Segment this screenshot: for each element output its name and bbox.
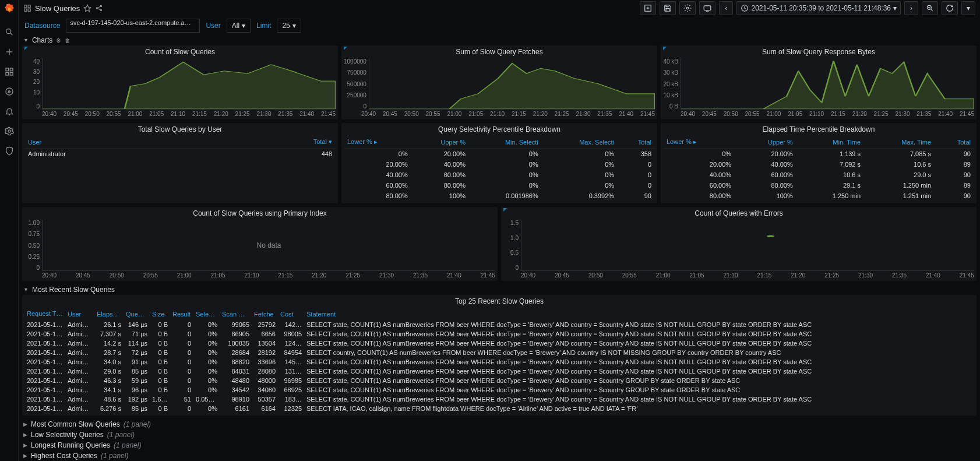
svg-point-14 xyxy=(101,9,102,10)
collapsed-row[interactable]: ▶Highest Cost Queries (1 panel) xyxy=(22,451,977,461)
variables-bar: Datasource svc-d-197-145-020-us-east-2.c… xyxy=(19,16,980,35)
column-header[interactable]: Upper % xyxy=(411,136,469,149)
table-row: 60.00%80.00%29.1 s1.250 min89 xyxy=(663,180,974,191)
table-row: 0%20.00%1.139 s7.085 s90 xyxy=(663,149,974,160)
x-axis: 20:4020:4520:5020:5521:0021:0521:1021:15… xyxy=(24,110,336,117)
grafana-logo[interactable] xyxy=(3,3,15,17)
time-picker[interactable]: 2021-05-11 20:35:39 to 2021-05-11 21:48:… xyxy=(736,1,901,15)
collapsed-row[interactable]: ▶Most Common Slow Queries (1 panel) xyxy=(22,419,977,430)
column-header[interactable]: Max. Selecti xyxy=(542,136,618,149)
row-recent[interactable]: ▼ Most Recent Slow Queries xyxy=(22,284,977,295)
column-header[interactable]: Min. Selecti xyxy=(469,136,542,149)
column-header[interactable]: Request Time ▸ xyxy=(24,308,65,320)
dashboards-icon[interactable] xyxy=(5,67,14,76)
main: Slow Queries ‹ 2021-05-11 20:35:39 to 20… xyxy=(19,0,980,461)
column-header[interactable]: Elapsed Ti xyxy=(94,308,124,320)
chevron-right-icon: ▶ xyxy=(23,453,27,459)
column-header[interactable]: Fetche xyxy=(252,308,278,320)
svg-rect-2 xyxy=(6,68,9,71)
nav-sidebar xyxy=(0,0,19,461)
column-header[interactable]: Lower % ▸ xyxy=(344,136,411,149)
table-row: 2021-05-11 21…Administ…26.1 s146 µs0 B00… xyxy=(24,320,974,329)
svg-rect-17 xyxy=(704,6,711,10)
refresh-dropdown[interactable]: ▾ xyxy=(961,1,975,15)
table-user: UserTotal ▾Administrator448 xyxy=(24,136,336,159)
refresh-button[interactable] xyxy=(942,1,958,15)
column-header[interactable]: Upper % xyxy=(735,136,796,149)
chevron-down-icon: ▼ xyxy=(23,287,29,293)
share-icon[interactable] xyxy=(95,4,103,12)
column-header[interactable]: Total xyxy=(618,136,655,149)
time-next-button[interactable]: › xyxy=(904,1,918,15)
svg-point-6 xyxy=(6,88,13,95)
svg-rect-11 xyxy=(28,9,30,11)
table-row: 2021-05-11 21…Administ…14.2 s114 µs0 B00… xyxy=(24,339,974,348)
table-row: 20.00%40.00%7.092 s10.6 s89 xyxy=(663,159,974,170)
cog-icon[interactable]: ⚙ xyxy=(56,37,61,44)
column-header[interactable]: User xyxy=(24,136,222,149)
column-header[interactable]: Statement xyxy=(304,308,974,320)
table-elapsed: Lower % ▸Upper %Min. TimeMax. TimeTotal0… xyxy=(663,136,974,201)
row-charts[interactable]: ▼ Charts ⚙ 🗑 xyxy=(22,35,977,45)
svg-point-13 xyxy=(101,5,102,6)
panel-top25: Top 25 Recent Slow Queries Request Time … xyxy=(22,295,977,416)
user-label: User xyxy=(206,22,220,30)
svg-point-1 xyxy=(6,29,10,34)
column-header[interactable]: Scan Resu xyxy=(220,308,252,320)
chevron-right-icon: ▶ xyxy=(23,432,27,438)
table-row: 40.00%60.00%10.6 s29.0 s90 xyxy=(663,170,974,180)
grid-icon[interactable] xyxy=(23,4,31,12)
table-row: 60.00%80.00%0%0%0 xyxy=(344,180,655,191)
svg-rect-9 xyxy=(28,5,30,8)
svg-rect-8 xyxy=(24,5,27,8)
collapsed-row[interactable]: ▶Low Selectivity Queries (1 panel) xyxy=(22,430,977,440)
table-row: 80.00%100%0.001986%0.3992%90 xyxy=(344,191,655,201)
table-row: 0%20.00%0%0%358 xyxy=(344,149,655,160)
zoom-out-button[interactable] xyxy=(922,1,938,15)
svg-point-20 xyxy=(767,235,774,237)
limit-label: Limit xyxy=(256,22,271,30)
panel-sum-fetches: Sum of Slow Query Fetches 10000007500005… xyxy=(341,45,657,119)
column-header[interactable]: Cost xyxy=(278,308,304,320)
user-select[interactable]: All▾ xyxy=(227,19,251,33)
column-header[interactable]: Total xyxy=(935,136,974,149)
svg-rect-3 xyxy=(10,68,13,71)
shield-icon[interactable] xyxy=(5,146,14,156)
column-header[interactable]: Lower % ▸ xyxy=(663,136,735,149)
table-row: 2021-05-11 21…Administ…7.307 s71 µs0 B00… xyxy=(24,329,974,339)
panel-errors: Count of Queries with Errors 1.51.00.50 … xyxy=(501,207,977,281)
plus-icon[interactable] xyxy=(5,47,14,57)
table-row: 80.00%100%1.250 min1.251 min90 xyxy=(663,191,974,201)
x-axis: 20:4020:4520:5020:5521:0021:0521:1021:15… xyxy=(344,110,655,117)
alerting-icon[interactable] xyxy=(5,107,14,116)
cog-icon[interactable] xyxy=(5,126,14,136)
column-header[interactable]: Total ▾ xyxy=(222,136,336,149)
tv-button[interactable] xyxy=(699,1,715,15)
star-icon[interactable] xyxy=(83,4,91,12)
panel-sum-response-bytes: Sum of Slow Query Response Bytes 40 kB30… xyxy=(661,45,977,119)
save-button[interactable] xyxy=(660,1,676,15)
add-panel-button[interactable] xyxy=(640,1,656,15)
column-header[interactable]: Queue Tir xyxy=(124,308,150,320)
topbar: Slow Queries ‹ 2021-05-11 20:35:39 to 20… xyxy=(19,0,980,16)
datasource-select[interactable]: svc-d-197-145-020-us-east-2.compute.amaz… xyxy=(66,19,200,33)
collapsed-row[interactable]: ▶Longest Running Queries (1 panel) xyxy=(22,440,977,451)
trash-icon[interactable]: 🗑 xyxy=(65,37,70,44)
table-row: 2021-05-11 21…Administ…34.0 s91 µs0 B00%… xyxy=(24,357,974,367)
column-header[interactable]: Size xyxy=(150,308,170,320)
search-icon[interactable] xyxy=(5,27,14,37)
time-prev-button[interactable]: ‹ xyxy=(719,1,733,15)
panel-elapsed-percentile: Elapsed Time Percentile Breakdown Lower … xyxy=(661,123,977,203)
explore-icon[interactable] xyxy=(5,87,14,96)
table-row: 2021-05-11 21…Administ…48.6 s192 µs1.69…… xyxy=(24,395,974,404)
column-header[interactable]: Selectiv xyxy=(193,308,220,320)
column-header[interactable]: Min. Time xyxy=(796,136,864,149)
limit-select[interactable]: 25▾ xyxy=(277,19,301,33)
column-header[interactable]: Max. Time xyxy=(864,136,935,149)
settings-button[interactable] xyxy=(679,1,696,15)
table-row: 20.00%40.00%0%0%0 xyxy=(344,159,655,170)
column-header[interactable]: User xyxy=(65,308,94,320)
svg-point-0 xyxy=(8,8,10,11)
table-selectivity: Lower % ▸Upper %Min. SelectiMax. Selecti… xyxy=(344,136,655,201)
column-header[interactable]: Result xyxy=(170,308,193,320)
